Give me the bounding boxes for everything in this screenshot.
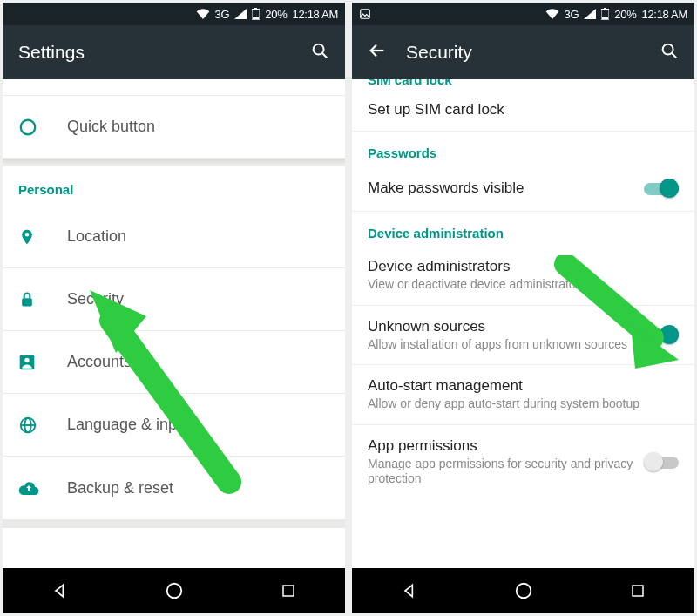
search-button[interactable] bbox=[310, 41, 329, 64]
section-header-passwords: Passwords bbox=[352, 132, 694, 166]
item-title: App permissions bbox=[368, 437, 635, 455]
settings-item-accounts[interactable]: Accounts bbox=[3, 331, 345, 394]
account-icon bbox=[18, 354, 67, 371]
item-unknown-sources[interactable]: Unknown sources Allow installation of ap… bbox=[352, 306, 694, 366]
settings-item-location[interactable]: Location bbox=[3, 206, 345, 268]
signal-icon bbox=[234, 9, 247, 19]
battery-label: 20% bbox=[265, 8, 287, 21]
svg-point-8 bbox=[24, 357, 29, 362]
svg-rect-1 bbox=[254, 8, 257, 10]
item-subtitle: Manage app permissions for security and … bbox=[368, 457, 635, 487]
settings-item-security[interactable]: Security bbox=[3, 268, 345, 331]
toggle-app-permissions[interactable] bbox=[644, 451, 679, 472]
svg-rect-23 bbox=[633, 586, 643, 596]
item-title: Make passwords visible bbox=[368, 179, 635, 197]
item-subtitle: Allow or deny app auto-start during syst… bbox=[368, 396, 679, 412]
nav-recent-button[interactable] bbox=[262, 568, 315, 613]
svg-point-3 bbox=[314, 44, 324, 55]
section-header-sim: SIM card lock bbox=[352, 79, 694, 89]
nav-back-button[interactable] bbox=[34, 568, 86, 613]
section-header-device-admin: Device administration bbox=[352, 212, 694, 246]
svg-line-21 bbox=[672, 53, 676, 58]
nav-bar bbox=[3, 568, 345, 613]
settings-item-label: Accounts bbox=[67, 353, 132, 371]
item-passwords-visible[interactable]: Make passwords visible bbox=[352, 166, 694, 212]
svg-rect-15 bbox=[361, 10, 370, 19]
svg-rect-18 bbox=[602, 17, 608, 20]
settings-item-label: Quick button bbox=[67, 118, 155, 136]
item-title: Device administrators bbox=[368, 258, 679, 275]
page-title: Security bbox=[406, 42, 640, 63]
settings-item-backup[interactable]: Backup & reset bbox=[3, 457, 345, 519]
toolbar: Security bbox=[352, 25, 694, 79]
settings-item-language[interactable]: Language & input bbox=[3, 394, 345, 457]
nav-home-button[interactable] bbox=[497, 568, 550, 613]
settings-item-label: Backup & reset bbox=[67, 479, 173, 498]
svg-rect-13 bbox=[283, 586, 294, 596]
nav-bar bbox=[352, 568, 694, 613]
settings-item-label: Security bbox=[67, 290, 124, 308]
back-button[interactable] bbox=[368, 41, 387, 64]
globe-icon bbox=[18, 416, 67, 435]
wifi-icon bbox=[196, 9, 210, 19]
svg-point-20 bbox=[663, 44, 673, 55]
svg-point-5 bbox=[21, 119, 36, 134]
settings-item-quick-button[interactable]: Quick button bbox=[3, 96, 345, 159]
status-bar: 3G 20% 12:18 AM bbox=[3, 3, 345, 25]
item-autostart-management[interactable]: Auto-start management Allow or deny app … bbox=[352, 365, 694, 425]
phone-security: 3G 20% 12:18 AM Security SIM card lock S… bbox=[352, 3, 694, 613]
item-subtitle: Allow installation of apps from unknown … bbox=[368, 337, 635, 353]
svg-rect-6 bbox=[22, 298, 32, 306]
item-title: Set up SIM card lock bbox=[368, 101, 679, 118]
item-app-permissions[interactable]: App permissions Manage app permissions f… bbox=[352, 425, 694, 499]
svg-rect-2 bbox=[253, 17, 259, 20]
toggle-unknown-sources[interactable] bbox=[644, 324, 679, 345]
status-bar: 3G 20% 12:18 AM bbox=[352, 3, 694, 25]
page-title: Settings bbox=[18, 42, 291, 63]
network-label: 3G bbox=[215, 8, 230, 21]
svg-point-22 bbox=[516, 584, 531, 599]
svg-rect-17 bbox=[604, 8, 606, 10]
item-title: Unknown sources bbox=[368, 318, 635, 335]
svg-line-4 bbox=[322, 53, 327, 58]
time-label: 12:18 AM bbox=[292, 8, 338, 21]
nav-recent-button[interactable] bbox=[612, 568, 664, 613]
image-icon bbox=[359, 8, 371, 20]
battery-icon bbox=[601, 8, 609, 20]
phone-settings: 3G 20% 12:18 AM Settings Qu bbox=[3, 3, 345, 613]
quick-button-icon bbox=[18, 118, 67, 137]
battery-label: 20% bbox=[614, 8, 636, 21]
location-icon bbox=[18, 227, 67, 247]
nav-home-button[interactable] bbox=[148, 568, 200, 613]
settings-item-label: Language & input bbox=[67, 416, 190, 434]
item-title: Auto-start management bbox=[368, 377, 679, 395]
battery-icon bbox=[252, 8, 260, 20]
nav-back-button[interactable] bbox=[383, 568, 436, 613]
item-subtitle: View or deactivate device administrators bbox=[368, 277, 679, 293]
section-header-personal: Personal bbox=[3, 166, 345, 206]
toggle-passwords-visible[interactable] bbox=[644, 178, 679, 199]
svg-point-12 bbox=[166, 584, 181, 599]
cloud-upload-icon bbox=[18, 480, 67, 496]
signal-icon bbox=[584, 9, 596, 19]
item-setup-sim-lock[interactable]: Set up SIM card lock bbox=[352, 89, 694, 132]
wifi-icon bbox=[545, 9, 559, 19]
time-label: 12:18 AM bbox=[641, 8, 687, 21]
network-label: 3G bbox=[565, 8, 579, 21]
security-list: SIM card lock Set up SIM card lock Passw… bbox=[352, 79, 694, 568]
search-button[interactable] bbox=[660, 41, 679, 64]
settings-list: Quick button Personal Location Security bbox=[3, 79, 345, 568]
toolbar: Settings bbox=[3, 25, 345, 79]
settings-item-label: Location bbox=[67, 227, 126, 246]
item-device-administrators[interactable]: Device administrators View or deactivate… bbox=[352, 246, 694, 306]
lock-icon bbox=[18, 290, 67, 309]
